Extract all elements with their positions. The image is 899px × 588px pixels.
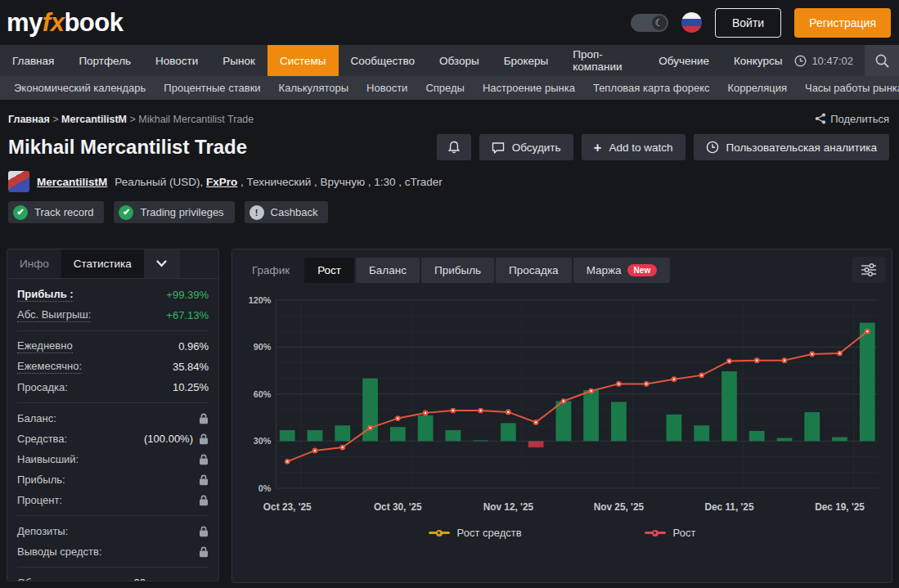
svg-text:Dec 11, '25: Dec 11, '25: [704, 501, 754, 513]
legend-item[interactable]: Рост: [645, 527, 696, 539]
chevron-down-icon[interactable]: [144, 249, 180, 278]
main-nav-item[interactable]: Обзоры: [427, 45, 492, 76]
theme-toggle[interactable]: ☾: [631, 14, 668, 32]
main-nav-item[interactable]: Рынок: [210, 45, 267, 76]
chart-tab-label: Баланс: [369, 264, 407, 276]
svg-text:90%: 90%: [254, 342, 272, 352]
share-button[interactable]: Поделиться: [815, 113, 889, 125]
svg-text:Nov 25, '25: Nov 25, '25: [594, 501, 645, 513]
login-button[interactable]: Войти: [715, 8, 781, 38]
stat-row: Просадка: 10.25%: [17, 377, 209, 397]
main-nav-item[interactable]: Новости: [143, 45, 210, 76]
main-nav-item[interactable]: Проп-компании: [560, 45, 646, 76]
sub-nav-item[interactable]: Часы работы рынка: [796, 82, 899, 94]
tab-statistics[interactable]: Статистика: [61, 249, 144, 278]
lock-icon: [199, 526, 209, 537]
chart-settings-icon[interactable]: [852, 257, 885, 283]
stat-row: Баланс:: [17, 408, 209, 429]
chart-tab-label: Рост: [317, 264, 341, 276]
badge-label: Trading privileges: [140, 206, 223, 218]
signup-button[interactable]: Регистрация: [794, 8, 891, 38]
share-icon: [815, 113, 826, 124]
stat-row: [17, 515, 209, 516]
chart-tab[interactable]: Маржа New: [573, 258, 671, 283]
legend-label: Рост средств: [457, 527, 522, 539]
language-flag-russia[interactable]: [681, 12, 702, 33]
stat-label: Прибыль:: [17, 474, 65, 486]
chart-tab[interactable]: Прибыль: [421, 258, 494, 283]
verification-badge[interactable]: ✔ Trading privileges: [114, 201, 234, 223]
verification-badge[interactable]: ! Cashback: [245, 201, 329, 223]
main-nav-item[interactable]: Конкурсы: [721, 45, 794, 76]
logo-part-book: book: [64, 8, 123, 37]
stat-row: Процент:: [17, 490, 209, 510]
stat-value: +67.13%: [166, 309, 209, 321]
chart-tab-label: Маржа: [587, 264, 622, 276]
new-badge: New: [627, 264, 658, 276]
sub-nav-item[interactable]: Настроение рынка: [474, 82, 584, 94]
bell-icon: [447, 141, 461, 155]
custom-analytics-label: Пользовательская аналитика: [726, 141, 877, 154]
stat-value: 35.84%: [173, 361, 209, 373]
account-name-link[interactable]: MercantilistM: [37, 176, 107, 188]
stat-value: 23 часов назад: [133, 577, 209, 581]
stat-label: Депозиты:: [17, 525, 68, 537]
main-nav-item[interactable]: Системы: [267, 45, 339, 76]
sub-nav-item[interactable]: Тепловая карта форекс: [584, 82, 719, 94]
breadcrumb-item[interactable]: Mikhail Mercantilist Trade: [127, 114, 254, 125]
growth-chart[interactable]: 0%30%60%90%120%Oct 23, '25Oct 30, '25Nov…: [239, 289, 885, 527]
account-info: Реальный (USD), FxPro , Технический , Вр…: [115, 176, 443, 188]
stat-value: (100.00%): [144, 433, 193, 445]
main-nav-item[interactable]: Брокеры: [492, 45, 561, 76]
chart-panel: График Рост Баланс Прибыль Просадка: [231, 249, 892, 583]
stat-row: Прибыль : +99.39%: [17, 285, 209, 305]
main-nav-item[interactable]: Сообщество: [339, 45, 427, 76]
page-title: Mikhail Mercantilist Trade: [8, 136, 247, 159]
chart-tab[interactable]: Баланс: [356, 258, 420, 283]
sub-nav-item[interactable]: Калькуляторы: [270, 82, 357, 94]
stat-row: Абс. Выигрыш: +67.13%: [17, 305, 209, 325]
discuss-label: Обсудить: [512, 141, 561, 154]
myfxbook-logo[interactable]: myfxbook: [7, 8, 123, 38]
stat-value: +99.39%: [166, 289, 209, 301]
breadcrumb-item[interactable]: MercantilistM: [50, 114, 127, 125]
stat-label: Абс. Выигрыш:: [17, 308, 91, 322]
stat-label: Ежедневно: [17, 339, 73, 353]
stat-value: 10.25%: [173, 381, 209, 393]
breadcrumb-item[interactable]: Главная: [8, 114, 50, 125]
main-nav-item[interactable]: Портфель: [66, 45, 143, 76]
account-details: , Технический , Вручную , 1:30 , cTrader: [237, 176, 443, 188]
sub-nav-item[interactable]: Экономический календарь: [5, 82, 155, 94]
sub-nav-item[interactable]: Процентные ставки: [155, 82, 269, 94]
chart-tab[interactable]: Просадка: [496, 258, 572, 283]
lock-icon: [199, 413, 209, 424]
stat-label: Процент:: [17, 494, 62, 506]
discuss-button[interactable]: Обсудить: [479, 134, 573, 160]
chart-tab-label: График: [252, 264, 290, 276]
sub-nav-item[interactable]: Корреляция: [719, 82, 796, 94]
chart-tab[interactable]: График: [239, 258, 303, 283]
tab-info[interactable]: Инфо: [7, 249, 61, 278]
check-icon: ✔: [119, 205, 133, 220]
legend-item[interactable]: Рост средств: [429, 527, 522, 539]
sub-nav-item[interactable]: Спреды: [416, 82, 474, 94]
add-to-watch-button[interactable]: + Add to watch: [582, 134, 685, 160]
main-nav-item[interactable]: Обучение: [646, 45, 721, 76]
clock-icon: [794, 55, 807, 67]
chart-tab[interactable]: Рост: [304, 258, 354, 283]
stat-row: Наивысший:: [17, 449, 209, 469]
search-icon[interactable]: [865, 45, 899, 76]
sub-nav-item[interactable]: Новости: [357, 82, 416, 94]
chart-tab-label: Прибыль: [434, 264, 481, 276]
broker-link[interactable]: FxPro: [206, 176, 237, 188]
main-nav-item[interactable]: Главная: [0, 45, 66, 76]
server-time: 10:47:02: [811, 55, 853, 67]
svg-text:60%: 60%: [254, 389, 272, 399]
svg-text:Oct 30, '25: Oct 30, '25: [374, 501, 422, 513]
verification-badge[interactable]: ✔ Track record: [8, 201, 104, 223]
stat-label: Просадка:: [17, 381, 68, 393]
alerts-button[interactable]: [437, 134, 471, 160]
stats-sidebar: Инфо Статистика Прибыль : +99.39% Абс. В…: [7, 249, 219, 581]
moon-icon: ☾: [652, 16, 667, 30]
custom-analytics-button[interactable]: Пользовательская аналитика: [694, 134, 889, 160]
